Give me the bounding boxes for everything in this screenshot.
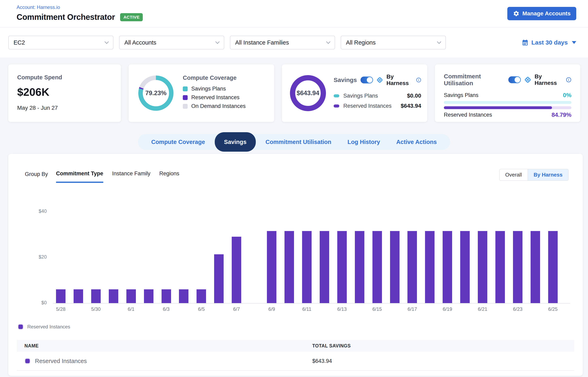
bar-slot-6/4 — [179, 289, 189, 303]
utilisation-by-harness-toggle[interactable] — [508, 76, 521, 83]
table-header: NAME TOTAL SAVINGS — [17, 340, 574, 352]
chevron-down-icon — [326, 39, 330, 44]
x-axis-tick-6/15: 6/15 — [372, 306, 382, 312]
bar-slot-5/29 — [74, 289, 83, 303]
account-link[interactable]: Account: Harness.io — [17, 4, 577, 10]
row-total-savings: $643.94 — [312, 358, 574, 364]
service-filter-value: EC2 — [13, 39, 25, 46]
caret-down-icon — [572, 41, 576, 44]
chart-plot-area: $40 $20 $0 5/285/306/16/36/56/76/96/116/… — [53, 208, 570, 304]
filter-bar: EC2All AccountsAll Instance FamiliesAll … — [0, 27, 588, 58]
bar-slot-6/12 — [320, 231, 329, 303]
bar-slot-6/10 — [285, 231, 294, 303]
compute-spend-card: Compute Spend $206K May 28 - Jun 27 — [8, 64, 121, 122]
compute-spend-value: $206K — [17, 86, 112, 98]
chart-legend-label: Reserved Instances — [27, 324, 70, 330]
bar-6/18 — [425, 231, 434, 303]
bar-6/7 — [232, 237, 241, 303]
date-range-picker[interactable]: Last 30 days — [522, 39, 576, 46]
bar-slot-6/19: 6/19 — [443, 231, 452, 303]
savings-by-harness-label: By Harness — [386, 73, 412, 86]
y-axis-tick-40: $40 — [39, 208, 47, 214]
savings-title: Savings — [334, 77, 357, 83]
bar-slot-6/18 — [425, 231, 434, 303]
savings-bar-chart: $40 $20 $0 5/285/306/16/36/56/76/96/116/… — [53, 208, 570, 304]
bar-6/21 — [478, 231, 487, 303]
bar-slot-6/6 — [214, 254, 224, 303]
savings-breakdown: Savings Plans$0.00Reserved Instances$643… — [334, 93, 421, 109]
x-axis-tick-6/11: 6/11 — [302, 306, 311, 312]
info-icon[interactable] — [416, 77, 421, 83]
bar-5/29 — [74, 289, 83, 303]
utilisation-sp-bar — [444, 101, 571, 104]
bar-6/11 — [302, 231, 311, 303]
on-demand-instances-swatch — [183, 104, 188, 109]
table-row-reserved-instances[interactable]: Reserved Instances$643.94 — [17, 352, 574, 371]
chevron-down-icon — [437, 39, 441, 44]
bar-6/22 — [495, 231, 505, 303]
tab-log-history[interactable]: Log History — [340, 134, 388, 150]
bar-6/9 — [267, 231, 277, 303]
bar-slot-6/21: 6/21 — [478, 231, 487, 303]
header: Account: Harness.io Commitment Orchestra… — [0, 0, 588, 27]
calendar-icon — [522, 39, 529, 46]
accounts-filter-dropdown[interactable]: All Accounts — [119, 36, 224, 49]
bar-slot-6/16 — [390, 231, 399, 303]
group-by-instance-family[interactable]: Instance Family — [112, 170, 150, 178]
tab-compute-coverage[interactable]: Compute Coverage — [143, 134, 213, 150]
bar-slot-6/1: 6/1 — [126, 289, 136, 303]
x-axis-tick-5/30: 5/30 — [91, 306, 101, 312]
bar-6/23 — [513, 231, 522, 303]
savings-by-harness-toggle[interactable] — [361, 77, 373, 83]
manage-accounts-label: Manage Accounts — [522, 10, 571, 17]
page-title: Commitment Orchestrator — [17, 12, 115, 22]
page: Account: Harness.io Commitment Orchestra… — [0, 0, 588, 377]
tab-commitment-utilisation[interactable]: Commitment Utilisation — [257, 134, 339, 150]
manage-accounts-button[interactable]: Manage Accounts — [507, 7, 576, 20]
bar-6/19 — [443, 231, 452, 303]
bar-6/16 — [390, 231, 399, 303]
bar-6/20 — [460, 231, 470, 303]
info-icon[interactable] — [566, 77, 571, 83]
utilisation-sp-percent: 0% — [563, 92, 571, 99]
bar-slot-6/15: 6/15 — [372, 231, 382, 303]
bar-slot-6/17: 6/17 — [407, 231, 417, 303]
bar-slot-5/28: 5/28 — [56, 289, 66, 303]
bar-slot-6/22 — [495, 231, 505, 303]
group-by-options: Commitment TypeInstance FamilyRegions — [56, 170, 188, 178]
legend-item-reserved-instances: Reserved Instances — [183, 94, 246, 101]
bar-6/5 — [197, 289, 206, 303]
instance-families-filter-value: All Instance Families — [235, 39, 289, 46]
x-axis-tick-6/23: 6/23 — [513, 306, 522, 312]
harness-logo-icon — [524, 76, 531, 83]
legend-label: Reserved Instances — [191, 94, 240, 101]
savings-row-label: Savings Plans — [343, 93, 403, 99]
bar-slot-6/23: 6/23 — [513, 231, 522, 303]
tab-savings[interactable]: Savings — [215, 132, 256, 152]
x-axis-tick-6/7: 6/7 — [233, 306, 240, 312]
compute-coverage-card: 79.23% Compute Coverage Savings PlansRes… — [129, 64, 274, 122]
tabs-row: Compute CoverageSavingsCommitment Utilis… — [0, 134, 588, 150]
bar-6/24 — [531, 231, 540, 303]
x-axis-tick-6/19: 6/19 — [443, 306, 452, 312]
service-filter-dropdown[interactable]: EC2 — [8, 36, 113, 49]
status-badge: ACTIVE — [120, 13, 143, 21]
savings-donut: $643.94 — [289, 74, 327, 112]
view-overall[interactable]: Overall — [500, 169, 528, 180]
utilisation-ri-label: Reserved Instances — [444, 112, 492, 118]
bar-5/28 — [56, 289, 66, 303]
x-axis-tick-5/28: 5/28 — [56, 306, 66, 312]
view-by-harness[interactable]: By Harness — [528, 169, 568, 180]
instance-families-filter-dropdown[interactable]: All Instance Families — [230, 36, 335, 49]
savings-row-savings-plans: Savings Plans$0.00 — [334, 93, 421, 99]
bar-slot-6/25: 6/25 — [548, 231, 558, 303]
x-axis-tick-6/13: 6/13 — [337, 306, 347, 312]
utilisation-ri-percent: 84.79% — [552, 112, 571, 118]
regions-filter-dropdown[interactable]: All Regions — [341, 36, 446, 49]
tab-active-actions[interactable]: Active Actions — [388, 134, 445, 150]
legend-label: On Demand Instances — [191, 103, 246, 109]
group-by-commitment-type[interactable]: Commitment Type — [56, 170, 103, 178]
x-axis-tick-6/9: 6/9 — [268, 306, 275, 312]
group-by-regions[interactable]: Regions — [159, 170, 179, 178]
x-axis-tick-6/21: 6/21 — [478, 306, 487, 312]
